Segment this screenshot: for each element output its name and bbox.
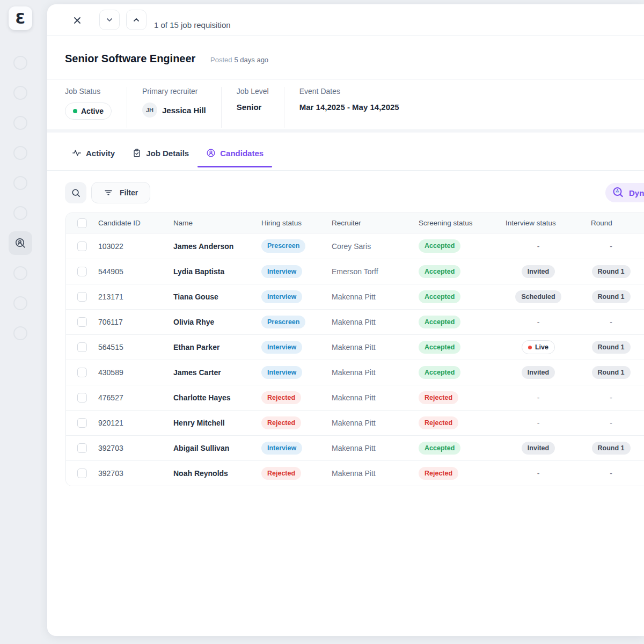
table-row[interactable]: 706117Olivia RhyePrescreenMakenna PittAc… <box>66 309 644 334</box>
row-checkbox[interactable] <box>77 342 87 352</box>
sidebar-item-5[interactable] <box>9 171 32 195</box>
page-title: Senior Software Engineer <box>65 53 195 65</box>
meta-label: Job Level <box>237 87 269 96</box>
interview-status-empty: - <box>537 469 540 478</box>
sidebar-item-2[interactable] <box>9 81 32 105</box>
search-button[interactable] <box>65 182 86 203</box>
circle-icon <box>13 326 27 340</box>
sidebar-item-1[interactable] <box>9 51 32 75</box>
row-checkbox[interactable] <box>77 241 87 251</box>
sidebar-item-9[interactable] <box>9 291 32 315</box>
person-search-icon <box>14 237 27 250</box>
job-level-value: Senior <box>237 103 269 112</box>
interview-status-empty: - <box>537 242 540 251</box>
round-badge: Round 1 <box>592 341 631 354</box>
row-checkbox[interactable] <box>77 267 87 276</box>
table-row[interactable]: 392703Noah ReynoldsRejectedMakenna PittR… <box>66 460 644 486</box>
clipboard-icon <box>132 148 142 158</box>
round-empty: - <box>610 469 612 478</box>
requisition-counter: 1 of 15 job requisition <box>154 20 231 30</box>
tab-candidates[interactable]: Candidates <box>197 141 272 167</box>
meta-label: Job Status <box>65 87 112 96</box>
sidebar-item-3[interactable] <box>9 111 32 135</box>
column-header-interview-status: Interview status <box>506 219 571 227</box>
screening-status-badge: Accepted <box>419 341 460 354</box>
filter-icon <box>104 188 113 197</box>
recruiter-name: Makenna Pitt <box>332 444 419 452</box>
table-header-row: Candidate ID Name Hiring status Recruite… <box>66 213 644 233</box>
panel-topbar: 1 of 15 job requisition <box>47 4 644 36</box>
candidate-id: 392703 <box>98 469 173 478</box>
app-logo-icon[interactable]: Ɛ <box>9 6 32 30</box>
table-row[interactable]: 544905Lydia BaptistaInterviewEmerson Tor… <box>66 259 644 284</box>
table-body: 103022James AndersonPrescreenCorey Saris… <box>66 233 644 486</box>
row-checkbox[interactable] <box>77 418 87 428</box>
activity-icon <box>72 148 82 158</box>
meta-primary-recruiter: Primary recruiter JH Jessica Hill <box>142 87 222 128</box>
hiring-status-badge: Rejected <box>261 416 301 429</box>
circle-icon <box>13 296 27 310</box>
interview-status-empty: - <box>537 393 540 402</box>
recruiter-name: Makenna Pitt <box>332 393 419 402</box>
tab-label: Activity <box>86 149 115 158</box>
sidebar-item-candidate-search[interactable] <box>9 231 32 255</box>
table-row[interactable]: 213171Tiana GouseInterviewMakenna PittAc… <box>66 284 644 309</box>
row-checkbox[interactable] <box>77 393 87 402</box>
sidebar-item-8[interactable] <box>9 261 32 285</box>
table-row[interactable]: 392703Abigail SullivanInterviewMakenna P… <box>66 435 644 460</box>
sidebar-item-4[interactable] <box>9 141 32 165</box>
hiring-status-badge: Interview <box>261 290 302 303</box>
table-row[interactable]: 476527Charlotte HayesRejectedMakenna Pit… <box>66 385 644 410</box>
table-row[interactable]: 920121Henry MitchellRejectedMakenna Pitt… <box>66 410 644 435</box>
row-checkbox[interactable] <box>77 368 87 377</box>
row-checkbox[interactable] <box>77 292 87 302</box>
filter-label: Filter <box>120 188 138 197</box>
candidate-name: James Carter <box>173 368 261 377</box>
recruiter-name: Makenna Pitt <box>332 469 419 478</box>
hiring-status-badge: Prescreen <box>261 239 305 252</box>
round-badge: Round 1 <box>592 265 631 278</box>
circle-icon <box>13 206 27 220</box>
candidate-name: Olivia Rhye <box>173 318 261 326</box>
row-checkbox[interactable] <box>77 317 87 327</box>
divider <box>47 79 644 80</box>
candidates-table: Candidate ID Name Hiring status Recruite… <box>65 213 644 486</box>
column-header-candidate-id: Candidate ID <box>98 219 173 227</box>
circle-icon <box>13 56 27 70</box>
sidebar-item-10[interactable] <box>9 321 32 345</box>
close-icon[interactable] <box>72 15 83 26</box>
recruiter-name: Makenna Pitt <box>332 318 419 326</box>
row-checkbox[interactable] <box>77 469 87 478</box>
round-empty: - <box>610 242 612 251</box>
round-badge: Round 1 <box>592 442 631 455</box>
round-empty: - <box>610 393 612 402</box>
candidate-id: 920121 <box>98 419 173 427</box>
table-row[interactable]: 564515Ethan ParkerInterviewMakenna PittA… <box>66 334 644 360</box>
candidate-name: Noah Reynolds <box>173 469 261 478</box>
status-badge-label: Active <box>81 107 104 115</box>
table-row[interactable]: 430589James CarterInterviewMakenna PittA… <box>66 360 644 385</box>
posted-info: Posted5 days ago <box>210 56 268 64</box>
select-all-checkbox[interactable] <box>77 218 87 228</box>
job-requisition-panel: 1 of 15 job requisition Senior Software … <box>47 4 644 636</box>
hiring-status-badge: Interview <box>261 442 302 455</box>
candidate-id: 706117 <box>98 318 173 326</box>
dynamic-search-label: Dyn <box>629 188 644 197</box>
screening-status-badge: Accepted <box>419 442 460 455</box>
tab-job-details[interactable]: Job Details <box>123 141 197 167</box>
sidebar-item-6[interactable] <box>9 201 32 225</box>
tab-activity[interactable]: Activity <box>63 141 123 167</box>
table-row[interactable]: 103022James AndersonPrescreenCorey Saris… <box>66 233 644 259</box>
divider <box>47 170 644 171</box>
candidate-id: 103022 <box>98 242 173 251</box>
candidate-name: Charlotte Hayes <box>173 393 261 402</box>
next-requisition-button[interactable] <box>126 10 147 30</box>
dynamic-search-button[interactable]: Dyn <box>605 183 644 202</box>
candidate-name: James Anderson <box>173 242 261 251</box>
sidebar: Ɛ <box>0 0 41 644</box>
filter-button[interactable]: Filter <box>91 182 150 203</box>
row-checkbox[interactable] <box>77 443 87 453</box>
recruiter-name: Corey Saris <box>332 242 419 251</box>
event-dates-value: Mar 14,2025 - May 14,2025 <box>299 103 399 112</box>
previous-requisition-button[interactable] <box>99 10 120 30</box>
